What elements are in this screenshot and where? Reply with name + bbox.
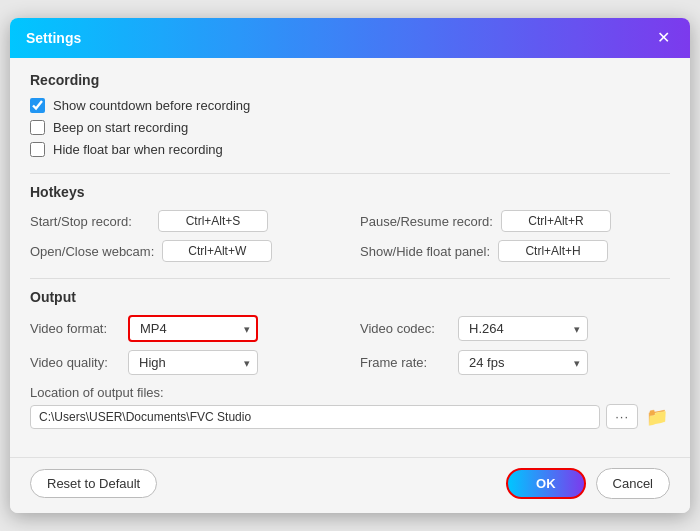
- output-row-framerate: Frame rate: 24 fps 30 fps 60 fps ▾: [360, 350, 670, 375]
- hotkey-label-0: Start/Stop record:: [30, 214, 150, 229]
- output-row-videoformat: Video format: MP4 AVI MOV MKV ▾: [30, 315, 340, 342]
- dialog-title: Settings: [26, 30, 81, 46]
- output-label-videocodec: Video codec:: [360, 321, 450, 336]
- hotkey-row-3: Show/Hide float panel:: [360, 240, 670, 262]
- videoquality-select-wrapper: High Medium Low ▾: [128, 350, 258, 375]
- reset-button[interactable]: Reset to Default: [30, 469, 157, 498]
- hotkey-input-pauseresume[interactable]: [501, 210, 611, 232]
- checkbox-row-2: Hide float bar when recording: [30, 142, 670, 157]
- hotkey-label-2: Open/Close webcam:: [30, 244, 154, 259]
- hotkey-row-0: Start/Stop record:: [30, 210, 340, 232]
- location-label: Location of output files:: [30, 385, 670, 400]
- hotkey-label-1: Pause/Resume record:: [360, 214, 493, 229]
- output-title: Output: [30, 289, 670, 305]
- framerate-select-wrapper: 24 fps 30 fps 60 fps ▾: [458, 350, 588, 375]
- checkbox-floatbar[interactable]: [30, 142, 45, 157]
- checkbox-countdown[interactable]: [30, 98, 45, 113]
- hotkey-input-startstop[interactable]: [158, 210, 268, 232]
- location-row: Location of output files: ··· 📁: [30, 385, 670, 429]
- hotkeys-grid: Start/Stop record: Pause/Resume record: …: [30, 210, 670, 262]
- videocodec-select-wrapper: H.264 H.265 VP9 ▾: [458, 316, 588, 341]
- hotkeys-title: Hotkeys: [30, 184, 670, 200]
- output-label-videoquality: Video quality:: [30, 355, 120, 370]
- hotkey-row-1: Pause/Resume record:: [360, 210, 670, 232]
- output-label-framerate: Frame rate:: [360, 355, 450, 370]
- output-row-videoquality: Video quality: High Medium Low ▾: [30, 350, 340, 375]
- hotkey-row-2: Open/Close webcam:: [30, 240, 340, 262]
- checkbox-row-0: Show countdown before recording: [30, 98, 670, 113]
- settings-dialog: Settings ✕ Recording Show countdown befo…: [10, 18, 690, 513]
- divider-2: [30, 278, 670, 279]
- hotkey-label-3: Show/Hide float panel:: [360, 244, 490, 259]
- output-grid: Video format: MP4 AVI MOV MKV ▾ Video co…: [30, 315, 670, 375]
- hotkey-input-webcam[interactable]: [162, 240, 272, 262]
- location-input[interactable]: [30, 405, 600, 429]
- videoformat-select-wrapper: MP4 AVI MOV MKV ▾: [128, 315, 258, 342]
- ok-button[interactable]: OK: [506, 468, 586, 499]
- checkbox-row-1: Beep on start recording: [30, 120, 670, 135]
- hotkey-input-floatpanel[interactable]: [498, 240, 608, 262]
- close-button[interactable]: ✕: [653, 28, 674, 48]
- checkbox-label-0: Show countdown before recording: [53, 98, 250, 113]
- location-input-row: ··· 📁: [30, 404, 670, 429]
- output-section: Output Video format: MP4 AVI MOV MKV ▾: [30, 289, 670, 429]
- output-row-videocodec: Video codec: H.264 H.265 VP9 ▾: [360, 315, 670, 342]
- framerate-select[interactable]: 24 fps 30 fps 60 fps: [458, 350, 588, 375]
- checkbox-beep[interactable]: [30, 120, 45, 135]
- checkbox-label-2: Hide float bar when recording: [53, 142, 223, 157]
- output-label-videoformat: Video format:: [30, 321, 120, 336]
- videocodec-select[interactable]: H.264 H.265 VP9: [458, 316, 588, 341]
- dialog-content: Recording Show countdown before recordin…: [10, 58, 690, 457]
- dialog-footer: Reset to Default OK Cancel: [10, 457, 690, 513]
- dots-button[interactable]: ···: [606, 404, 638, 429]
- checkbox-label-1: Beep on start recording: [53, 120, 188, 135]
- videoformat-select[interactable]: MP4 AVI MOV MKV: [128, 315, 258, 342]
- cancel-button[interactable]: Cancel: [596, 468, 670, 499]
- folder-button[interactable]: 📁: [644, 406, 670, 428]
- recording-section: Recording Show countdown before recordin…: [30, 72, 670, 157]
- divider-1: [30, 173, 670, 174]
- hotkeys-section: Hotkeys Start/Stop record: Pause/Resume …: [30, 184, 670, 262]
- recording-title: Recording: [30, 72, 670, 88]
- videoquality-select[interactable]: High Medium Low: [128, 350, 258, 375]
- footer-actions: OK Cancel: [506, 468, 670, 499]
- title-bar: Settings ✕: [10, 18, 690, 58]
